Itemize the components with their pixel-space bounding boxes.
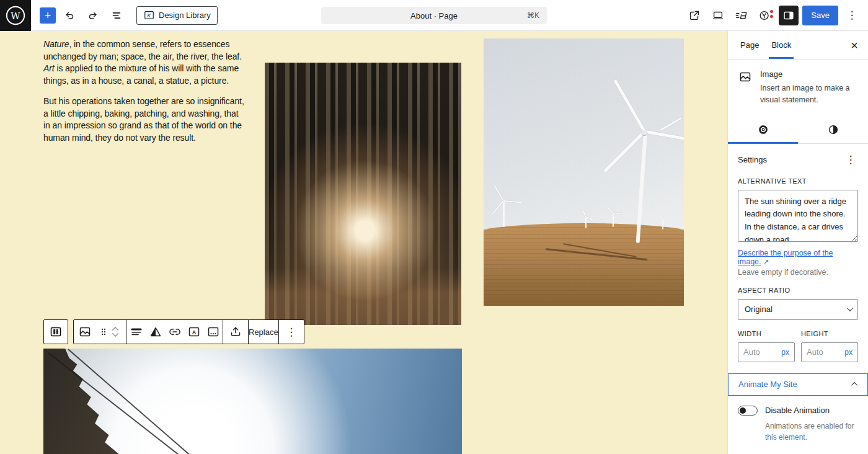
external-link-arrow-icon[interactable]: ↗ — [763, 258, 769, 265]
forest-image[interactable] — [265, 63, 461, 325]
align-icon[interactable] — [126, 320, 146, 344]
undo-icon[interactable] — [60, 6, 79, 25]
drag-handle-icon[interactable] — [96, 320, 111, 344]
sun-ridge-image[interactable] — [43, 349, 462, 454]
select-parent-gallery-button[interactable] — [43, 319, 68, 344]
document-overview-icon[interactable] — [107, 6, 126, 25]
disable-animation-label: Disable Animation — [765, 406, 830, 415]
svg-text:A: A — [192, 329, 196, 336]
editor-top-bar: W + K Design Library About · Page ⌘K — [0, 0, 868, 31]
design-library-button[interactable]: K Design Library — [136, 6, 218, 25]
width-input[interactable] — [743, 347, 779, 357]
settings-panel-title: Settings — [738, 155, 767, 164]
yoast-notification-badge — [770, 10, 773, 18]
view-site-icon[interactable] — [684, 6, 704, 25]
paragraph-blocks[interactable]: Nature, in the common sense, refers to e… — [43, 38, 247, 144]
image-block-icon[interactable] — [74, 320, 96, 344]
settings-sidebar-toggle[interactable] — [779, 6, 799, 25]
height-unit: px — [844, 348, 852, 357]
image-block-icon — [738, 69, 753, 106]
animate-my-site-panel-toggle[interactable]: Animate My Site — [728, 373, 868, 396]
svg-text:W: W — [11, 10, 20, 21]
field-ground — [484, 223, 684, 306]
aspect-ratio-select[interactable]: Original — [738, 299, 858, 320]
redo-icon[interactable] — [83, 6, 103, 25]
italic-word: Nature — [43, 39, 69, 49]
height-label: Height — [801, 330, 858, 337]
tree-ridge-silhouette — [43, 349, 242, 454]
move-block-control[interactable] — [111, 320, 126, 344]
duotone-filter-icon[interactable] — [146, 320, 165, 344]
block-card-title: Image — [760, 69, 853, 79]
aspect-ratio-label: Aspect ratio — [738, 287, 858, 294]
options-menu-icon[interactable]: ⋮ — [842, 6, 862, 25]
block-toolbar: A Replace ⋮ — [43, 319, 304, 344]
paragraph-2[interactable]: But his operations taken together are so… — [43, 96, 247, 144]
settings-sidebar: Page Block × Image Insert an image to ma… — [727, 31, 868, 454]
caption-icon[interactable] — [203, 320, 223, 344]
block-card-description: Insert an image to make a visual stateme… — [760, 82, 853, 106]
width-unit: px — [781, 348, 789, 357]
chevron-up-icon — [851, 382, 857, 388]
svg-text:K: K — [148, 12, 152, 19]
wind-turbine-image[interactable] — [484, 38, 684, 306]
preview-icon[interactable] — [708, 6, 728, 25]
alt-text-input[interactable]: The sun shining over a ridge leading dow… — [738, 190, 858, 242]
design-library-icon: K — [143, 9, 155, 21]
command-palette-button[interactable]: About · Page ⌘K — [321, 7, 547, 24]
document-title: About · Page — [410, 11, 458, 20]
animate-my-site-title: Animate My Site — [738, 380, 797, 389]
text-over-image-icon[interactable]: A — [184, 320, 203, 344]
animate-my-site-topbar-icon[interactable] — [732, 6, 751, 25]
italic-word: Art — [43, 63, 55, 73]
disable-animation-toggle[interactable] — [738, 406, 758, 416]
alt-text-hint: Leave empty if decorative. — [738, 268, 858, 277]
wordpress-logo-icon[interactable]: W — [0, 0, 31, 31]
close-sidebar-icon[interactable]: × — [844, 35, 864, 55]
paragraph-1[interactable]: Nature, in the common sense, refers to e… — [43, 38, 247, 87]
command-shortcut: ⌘K — [527, 11, 539, 20]
replace-button[interactable]: Replace — [249, 320, 278, 344]
link-icon[interactable] — [165, 320, 184, 344]
height-input[interactable] — [807, 347, 842, 357]
alt-text-help-link[interactable]: Describe the purpose of the image. — [738, 249, 833, 266]
tab-styles-contrast-icon[interactable] — [798, 116, 868, 143]
editor-canvas[interactable]: Nature, in the common sense, refers to e… — [0, 31, 727, 454]
upload-icon[interactable] — [223, 320, 248, 344]
animation-help-text: Animations are enabled for this element. — [765, 421, 858, 443]
sidebar-tabs: Page Block × — [728, 31, 868, 60]
settings-options-icon[interactable]: ⋮ — [843, 153, 858, 167]
tab-block[interactable]: Block — [765, 31, 797, 59]
block-inserter-button[interactable]: + — [40, 7, 56, 24]
alt-text-label: Alternative text — [738, 177, 858, 185]
move-down-icon — [111, 332, 120, 338]
design-library-label: Design Library — [159, 11, 211, 20]
block-options-icon[interactable]: ⋮ — [279, 320, 304, 344]
yoast-seo-icon[interactable] — [755, 6, 775, 25]
width-label: Width — [738, 330, 795, 337]
tab-page[interactable]: Page — [734, 31, 765, 59]
aspect-ratio-value: Original — [745, 305, 773, 314]
block-card: Image Insert an image to make a visual s… — [728, 60, 868, 116]
tab-settings-gear-icon[interactable] — [728, 116, 798, 143]
move-up-icon — [111, 326, 120, 332]
save-button[interactable]: Save — [802, 6, 838, 25]
settings-styles-tabs — [728, 116, 868, 144]
chevron-down-icon — [847, 305, 853, 311]
